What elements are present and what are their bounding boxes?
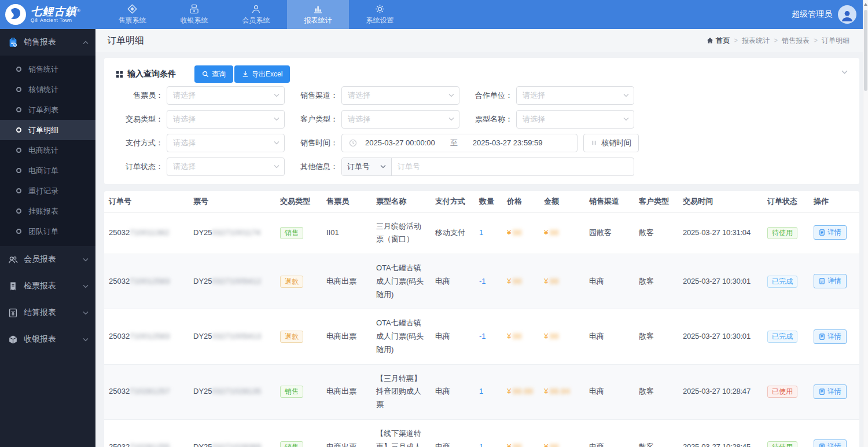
bullet-icon	[16, 127, 21, 133]
cell-seller: 电商出票	[322, 419, 372, 447]
other-info-compound: 订单号	[341, 157, 634, 176]
brand[interactable]: 七鲤古鎮® Qili Ancient Town	[0, 0, 101, 29]
nav-item-label: 报表统计	[304, 16, 332, 25]
page-title: 订单明细	[107, 35, 144, 47]
export-excel-button[interactable]: 导出Excel	[234, 65, 290, 83]
chevron-down-icon	[83, 338, 89, 342]
cell-seller: 电商出票	[322, 364, 372, 419]
verify-time-button[interactable]: 核销时间	[583, 134, 639, 152]
sidebar-item-8[interactable]: 挂账报表	[0, 201, 95, 221]
collapse-toggle[interactable]	[841, 67, 848, 76]
brand-subtitle: Qili Ancient Town	[31, 18, 80, 23]
price-masked: 88	[513, 277, 521, 285]
cell-quantity: -1	[475, 254, 502, 309]
cell-ticket-number: DY2503271001174	[189, 212, 275, 254]
sale-time-range[interactable]: 2025-03-27 00:00:00 至 2025-03-27 23:59:5…	[341, 134, 578, 152]
detail-button[interactable]: 详情	[814, 329, 847, 344]
quantity-value: 1	[479, 387, 483, 395]
breadcrumb-item[interactable]: 订单明细	[822, 36, 849, 46]
table-row: 25032710011362DY2503271001174销售II01三月缤纷活…	[104, 212, 859, 254]
query-select-6[interactable]: 请选择	[516, 110, 634, 129]
breadcrumb-item[interactable]: 报表统计	[742, 36, 770, 46]
cell-pay-method: 电商	[431, 364, 475, 419]
nav-item-4[interactable]: 报表统计	[287, 0, 349, 29]
cell-customer-type: 散客	[634, 309, 678, 364]
table-row: 25032710281257DY2503271028135销售电商出票【三月特惠…	[104, 364, 859, 419]
detail-button[interactable]: 详情	[814, 384, 847, 399]
ticket-masked: 03271005413	[212, 332, 262, 340]
breadcrumb-item: 首页	[716, 36, 730, 46]
query-row-2: 交易类型：请选择客户类型：请选择票型名称：请选择	[116, 107, 848, 131]
sidebar-item-2[interactable]: 核销统计	[0, 79, 95, 100]
cell-product-name: 【线下渠道特惠】三月成人票	[372, 419, 431, 447]
query-select-1[interactable]: 请选择	[167, 86, 285, 105]
sidebar-section-5[interactable]: 收银报表	[0, 326, 95, 353]
query-select-5[interactable]: 请选择	[341, 110, 459, 129]
query-select-3[interactable]: 请选择	[516, 86, 634, 105]
ticket-prefix: DY25	[193, 277, 212, 285]
column-header: 订单号	[104, 191, 189, 212]
sidebar-section-1[interactable]: 销售报表	[0, 29, 95, 56]
sidebar-item-9[interactable]: 团队订单	[0, 221, 95, 241]
query-select-4[interactable]: 请选择	[167, 110, 285, 129]
sidebar-section-3[interactable]: 检票报表	[0, 273, 95, 299]
cell-pay-method: 移动支付	[431, 212, 475, 254]
cell-channel: 电商	[584, 419, 634, 447]
nav-item-5[interactable]: 系统设置	[349, 0, 411, 29]
query-row-1: 售票员：请选择销售渠道：请选择合作单位：请选择	[116, 83, 848, 107]
sidebar-section-2[interactable]: 会员报表	[0, 246, 95, 273]
sidebar-item-1[interactable]: 销售统计	[0, 59, 95, 79]
pay-method-select[interactable]: 请选择	[167, 134, 285, 152]
nav-item-label: 系统设置	[366, 16, 394, 25]
sidebar-item-5[interactable]: 电商统计	[0, 140, 95, 160]
doc-icon	[819, 444, 825, 447]
query-select-2[interactable]: 请选择	[341, 86, 459, 105]
cell-pay-method: 电商	[431, 254, 475, 309]
breadcrumb-home[interactable]: 首页	[707, 36, 730, 46]
sidebar-item-label: 电商订单	[28, 166, 58, 176]
sidebar-item-7[interactable]: 重打记录	[0, 181, 95, 201]
cell-transaction-time: 2025-03-27 10:31:04	[678, 212, 763, 254]
other-info-type-select[interactable]: 订单号	[342, 158, 392, 175]
nav-item-1[interactable]: 售票系统	[101, 0, 163, 29]
cell-quantity: 1	[475, 364, 502, 419]
order-status-select[interactable]: 请选择	[167, 157, 285, 176]
ticket-system-icon	[127, 4, 137, 14]
select-placeholder: 请选择	[523, 90, 545, 101]
field-label: 票型名称：	[465, 114, 516, 124]
ticket-prefix: DY25	[193, 442, 212, 447]
scrollbar-thumb[interactable]	[864, 10, 867, 91]
orders-table-panel: 订单号票号交易类型售票员票型名称支付方式数量价格金额销售渠道客户类型交易时间订单…	[104, 191, 859, 447]
nav-item-3[interactable]: 会员系统	[225, 0, 287, 29]
column-header: 金额	[539, 191, 584, 212]
scrollbar-up-arrow[interactable]	[863, 0, 868, 9]
detail-button[interactable]: 详情	[814, 225, 847, 240]
order-prefix: 25032	[109, 228, 130, 237]
query-field-2: 销售渠道：请选择	[290, 86, 465, 105]
detail-button[interactable]: 详情	[814, 274, 847, 288]
cell-price: ¥88	[502, 419, 539, 447]
amount-masked: 88	[550, 228, 558, 237]
cell-actions: 详情	[809, 309, 859, 364]
cell-transaction-type: 销售	[275, 364, 322, 419]
breadcrumb-item[interactable]: 销售报表	[782, 36, 810, 46]
avatar[interactable]	[838, 5, 856, 24]
settle-report-icon	[8, 308, 18, 318]
sidebar-item-4[interactable]: 订单明细	[0, 120, 95, 140]
sidebar-menu: 销售报表销售统计核销统计订单列表订单明细电商统计电商订单重打记录挂账报表团队订单…	[0, 29, 95, 353]
sidebar-item-3[interactable]: 订单列表	[0, 100, 95, 120]
sidebar-item-6[interactable]: 电商订单	[0, 160, 95, 181]
order-number-input[interactable]	[392, 158, 634, 175]
other-info-label: 其他信息：	[290, 162, 341, 172]
cell-product-name: 【三月特惠】抖音团购成人票	[372, 364, 431, 419]
sidebar-section-4[interactable]: 结算报表	[0, 299, 95, 326]
bullet-icon	[16, 148, 21, 153]
select-placeholder: 请选择	[348, 114, 370, 124]
detail-button[interactable]: 详情	[814, 439, 847, 447]
ticket-masked: 03271028135	[212, 387, 262, 395]
cell-seller: 电商出票	[322, 309, 372, 364]
search-button[interactable]: 查询	[194, 65, 233, 83]
nav-item-2[interactable]: 收银系统	[163, 0, 225, 29]
chevron-down-icon	[274, 141, 279, 145]
user-name[interactable]: 超级管理员	[792, 9, 832, 20]
